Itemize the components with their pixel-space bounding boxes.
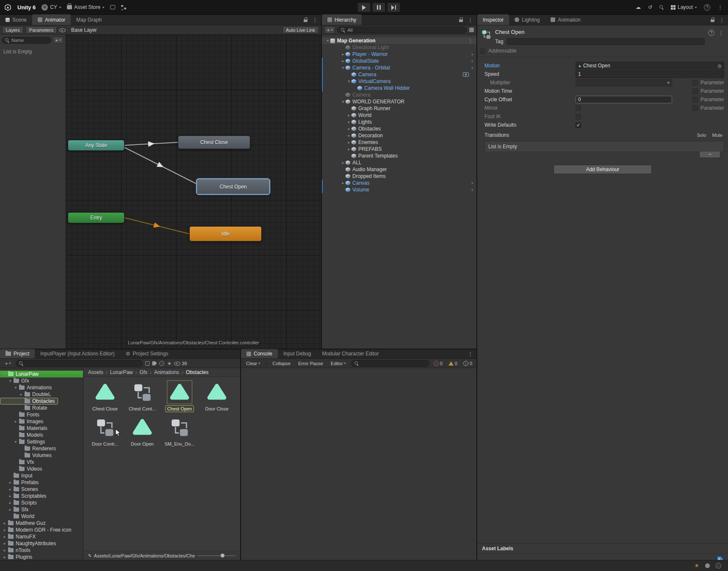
project-folder-materials[interactable]: Materials xyxy=(0,425,51,432)
favorites-star-icon[interactable]: ★ xyxy=(167,361,172,366)
state-node-chest-open[interactable]: Chest Open xyxy=(197,179,270,194)
hierarchy-item-map-generation[interactable]: ▾Map Generation⋮ xyxy=(322,37,476,44)
panel-menu-icon[interactable]: ⋮ xyxy=(468,351,473,357)
speed-field[interactable]: 1 xyxy=(576,70,724,78)
hidden-count[interactable]: 39 xyxy=(174,360,187,366)
cloud-icon[interactable]: ☁ xyxy=(636,4,641,10)
add-behaviour-button[interactable]: Add Behaviour xyxy=(554,165,652,174)
hierarchy-item-lights[interactable]: ▸Lights xyxy=(331,119,476,125)
icon-size-slider[interactable] xyxy=(197,555,236,556)
tasks-done-icon[interactable]: ✓ xyxy=(716,563,721,568)
project-folder-settings[interactable]: ▾Settings xyxy=(0,438,48,445)
expand-arrow-icon[interactable]: ▸ xyxy=(346,127,352,131)
panel-menu-icon[interactable]: ⋮ xyxy=(719,17,725,23)
window-mode-button[interactable] xyxy=(110,5,115,9)
hierarchy-item-camera-orbital[interactable]: ▾Camera - Orbital› xyxy=(331,64,476,71)
info-count[interactable]: ! 0 xyxy=(462,361,474,366)
lock-icon[interactable] xyxy=(711,17,715,22)
hierarchy-item-audio-manager[interactable]: Audio Manager xyxy=(331,166,476,173)
tab-map-graph[interactable]: Map Graph xyxy=(71,14,107,25)
project-folder-sfx[interactable]: ▸Sfx xyxy=(0,506,32,513)
topbar-menu-icon[interactable]: ⋮ xyxy=(717,4,723,11)
expand-arrow-icon[interactable]: ▾ xyxy=(340,66,346,70)
project-folder-videos[interactable]: Videos xyxy=(0,466,45,472)
project-folder-gfx[interactable]: ▾Gfx xyxy=(0,377,33,384)
expand-arrow-icon[interactable]: ▸ xyxy=(13,419,18,424)
expand-arrow-icon[interactable]: ▸ xyxy=(2,521,7,525)
hierarchy-item-canvas[interactable]: ▸Canvas› xyxy=(331,180,476,186)
hierarchy-item-all[interactable]: ▸ALL xyxy=(331,159,476,166)
tab-inputplayer[interactable]: InputPlayer (Input Actions Editor) xyxy=(35,349,120,358)
expand-arrow-icon[interactable]: ▸ xyxy=(340,59,346,63)
expand-arrow-icon[interactable]: ▸ xyxy=(2,528,7,532)
foot-ik-checkbox[interactable] xyxy=(576,114,581,119)
layer-breadcrumb[interactable]: Base Layer xyxy=(71,27,97,33)
project-folder-input[interactable]: Input xyxy=(0,472,36,479)
tab-scene[interactable]: Scene xyxy=(0,14,32,25)
expand-arrow-icon[interactable]: ▾ xyxy=(13,385,18,390)
animator-graph[interactable]: Any StateChest CloseChest OpenEntryIdle … xyxy=(66,35,321,349)
asset-sm-env-do[interactable]: SM_Env_Do... xyxy=(162,416,197,447)
project-folder-namufx[interactable]: ▸NamuFX xyxy=(0,533,39,540)
mirror-checkbox[interactable] xyxy=(576,105,581,111)
expand-arrow-icon[interactable]: ▸ xyxy=(8,480,13,485)
asset-door-contr[interactable]: Door Contr... xyxy=(87,416,123,447)
lock-icon[interactable] xyxy=(304,17,308,22)
tab-input-debug[interactable]: Input Debug xyxy=(278,349,316,358)
project-folder-models[interactable]: Models xyxy=(0,432,47,438)
write-defaults-checkbox[interactable] xyxy=(576,122,581,128)
console-log-area[interactable] xyxy=(241,368,476,560)
history-icon[interactable]: ↺ xyxy=(648,4,652,10)
warning-count[interactable]: 0 xyxy=(447,361,459,366)
step-button[interactable] xyxy=(387,3,400,12)
expand-arrow-icon[interactable]: ▸ xyxy=(2,541,7,546)
lock-icon[interactable] xyxy=(459,17,463,22)
expand-arrow-icon[interactable]: ▸ xyxy=(8,494,13,498)
transitions-list[interactable]: List is Empty − xyxy=(484,141,724,152)
state-node-entry[interactable]: Entry xyxy=(68,212,125,223)
hierarchy-item-volume[interactable]: Volume› xyxy=(331,186,476,193)
state-node-chest-close[interactable]: Chest Close xyxy=(178,136,250,149)
state-name-field[interactable]: Chest Open xyxy=(495,29,705,36)
project-folder-scriptables[interactable]: ▸Scriptables xyxy=(0,493,50,499)
tag-field[interactable] xyxy=(507,38,705,45)
auto-live-link-button[interactable]: Auto Live Link xyxy=(282,26,318,33)
play-button[interactable] xyxy=(357,3,371,12)
breadcrumb-lunarpaw[interactable]: LunarPaw xyxy=(110,369,133,375)
project-folder-ntools[interactable]: ▸nTools xyxy=(0,547,34,554)
hierarchy-item-virtualcamera[interactable]: ▾VirtualCamera xyxy=(331,78,476,85)
pause-button[interactable] xyxy=(372,3,385,12)
hierarchy-item-parent-templates[interactable]: Parent Templates xyxy=(331,152,476,159)
project-folder-naughtyattributes[interactable]: ▸NaughtyAttributes xyxy=(0,540,59,547)
notification-icon[interactable]: ☀ xyxy=(694,563,699,569)
project-folder-vfx[interactable]: Vfx xyxy=(0,459,37,466)
expand-arrow-icon[interactable]: ▸ xyxy=(8,507,13,512)
motion-time-parameter-checkbox[interactable] xyxy=(692,89,698,94)
project-folder-animations[interactable]: ▾Animations xyxy=(0,384,55,391)
project-folder-matthew-guz[interactable]: ▸Matthew Guz xyxy=(0,520,49,527)
hierarchy-item-graph-runner[interactable]: Graph Runner xyxy=(331,105,476,112)
expand-arrow-icon[interactable]: ▾ xyxy=(346,79,352,83)
breadcrumb-obstacles[interactable]: Obstacles xyxy=(186,369,208,375)
help-icon[interactable]: ? xyxy=(708,30,714,36)
error-pause-button[interactable]: Error Pause xyxy=(296,361,326,366)
error-count[interactable]: ! 0 xyxy=(432,361,444,366)
motion-field[interactable]: ▲ Chest Open ◎ xyxy=(576,62,724,69)
expand-arrow-icon[interactable]: ▸ xyxy=(8,487,13,491)
expand-arrow-icon[interactable]: ▾ xyxy=(340,100,346,104)
collapse-button[interactable]: Collapse xyxy=(270,361,293,366)
project-folder-fonts[interactable]: Fonts xyxy=(0,411,43,418)
tab-animation[interactable]: Animation xyxy=(545,14,586,25)
project-folder-plugins[interactable]: ▸Plugins xyxy=(0,554,36,560)
expand-arrow-icon[interactable]: ▸ xyxy=(346,147,352,151)
hierarchy-search-field[interactable]: All xyxy=(338,27,467,33)
search-icon[interactable] xyxy=(659,5,664,9)
mirror-parameter-checkbox[interactable] xyxy=(692,105,698,111)
row-menu-icon[interactable]: ⋮ xyxy=(468,38,473,44)
activity-icon[interactable] xyxy=(705,563,710,568)
layout-menu[interactable]: Layout ▾ xyxy=(671,4,697,10)
hierarchy-item-world[interactable]: ▸World xyxy=(331,112,476,119)
visibility-icon[interactable] xyxy=(59,27,65,33)
project-folder-images[interactable]: ▸Images xyxy=(0,418,47,425)
open-prefab-icon[interactable]: › xyxy=(471,187,473,193)
